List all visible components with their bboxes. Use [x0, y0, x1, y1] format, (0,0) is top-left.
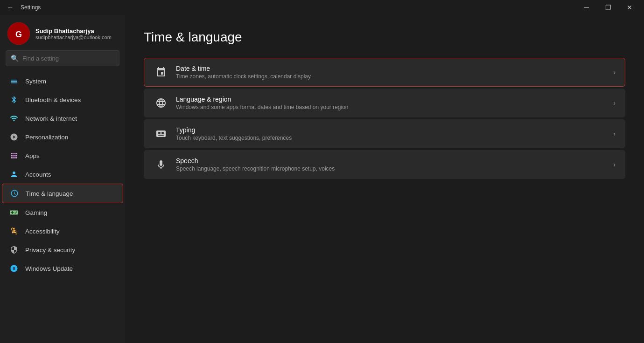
update-icon — [9, 264, 19, 273]
network-icon — [9, 114, 19, 123]
search-icon: 🔍 — [11, 55, 19, 62]
time-icon — [10, 189, 19, 198]
date-time-icon — [154, 65, 168, 80]
nav-gaming[interactable]: Gaming — [2, 203, 123, 222]
app-title: Settings — [21, 4, 41, 11]
nav-accounts[interactable]: Accounts — [2, 165, 123, 184]
page-title: Time & language — [144, 30, 625, 45]
nav-label-windows-update: Windows Update — [25, 265, 73, 272]
back-button[interactable]: ← — [4, 1, 17, 14]
accessibility-icon — [9, 226, 19, 236]
titlebar-left: ← Settings — [4, 1, 41, 14]
nav-label-bluetooth: Bluetooth & devices — [25, 96, 81, 103]
date-time-desc: Time zones, automatic clock settings, ca… — [176, 73, 613, 80]
nav-system[interactable]: System — [2, 72, 123, 90]
language-region-desc: Windows and some apps format dates and t… — [176, 104, 613, 110]
minimize-button[interactable]: ─ — [576, 0, 597, 15]
nav-label-personalization: Personalization — [25, 134, 68, 141]
language-region-chevron: › — [613, 99, 616, 107]
nav-privacy-security[interactable]: Privacy & security — [2, 240, 123, 259]
search-box: 🔍 — [6, 50, 119, 66]
speech-text: Speech Speech language, speech recogniti… — [176, 157, 613, 172]
nav-time-language[interactable]: Time & language — [2, 184, 123, 203]
setting-language-region[interactable]: Language & region Windows and some apps … — [144, 89, 625, 117]
apps-icon — [9, 151, 19, 160]
avatar: G — [7, 22, 30, 45]
accounts-icon — [9, 170, 19, 179]
nav-label-privacy-security: Privacy & security — [25, 247, 75, 254]
nav-label-accounts: Accounts — [25, 171, 51, 178]
user-email: sudipbhattacharjya@outlook.com — [35, 34, 112, 40]
speech-title: Speech — [176, 157, 613, 165]
speech-chevron: › — [613, 161, 616, 168]
language-region-text: Language & region Windows and some apps … — [176, 96, 613, 110]
user-name: Sudip Bhattacharjya — [35, 27, 112, 34]
nav-label-system: System — [25, 78, 46, 85]
app-body: G Sudip Bhattacharjya sudipbhattacharjya… — [0, 15, 644, 343]
user-info: Sudip Bhattacharjya sudipbhattacharjya@o… — [35, 27, 112, 40]
window-controls: ─ ❐ ✕ — [576, 0, 640, 15]
nav-apps[interactable]: Apps — [2, 146, 123, 165]
nav-accessibility[interactable]: Accessibility — [2, 222, 123, 240]
nav-label-accessibility: Accessibility — [25, 228, 60, 235]
search-input[interactable] — [22, 55, 114, 62]
nav-label-time-language: Time & language — [26, 190, 73, 197]
date-time-title: Date & time — [176, 65, 613, 72]
language-region-icon — [154, 96, 168, 110]
nav-network[interactable]: Network & internet — [2, 109, 123, 128]
gaming-icon — [9, 208, 19, 217]
setting-date-time[interactable]: Date & time Time zones, automatic clock … — [144, 58, 625, 87]
nav-label-apps: Apps — [25, 152, 40, 159]
nav-windows-update[interactable]: Windows Update — [2, 259, 123, 278]
setting-typing[interactable]: Typing Touch keyboard, text suggestions,… — [144, 119, 625, 148]
typing-title: Typing — [176, 126, 613, 134]
speech-desc: Speech language, speech recognition micr… — [176, 165, 613, 172]
svg-text:G: G — [15, 30, 22, 39]
bluetooth-icon — [9, 95, 19, 104]
date-time-chevron: › — [613, 69, 616, 76]
nav-label-network: Network & internet — [25, 115, 77, 122]
language-region-title: Language & region — [176, 96, 613, 103]
restore-button[interactable]: ❐ — [597, 0, 619, 15]
speech-icon — [154, 157, 168, 172]
nav-personalization[interactable]: Personalization — [2, 128, 123, 146]
date-time-text: Date & time Time zones, automatic clock … — [176, 65, 613, 80]
search-container: 🔍 — [0, 50, 125, 72]
typing-icon — [154, 126, 168, 141]
typing-chevron: › — [613, 130, 616, 137]
setting-speech[interactable]: Speech Speech language, speech recogniti… — [144, 150, 625, 179]
user-profile[interactable]: G Sudip Bhattacharjya sudipbhattacharjya… — [0, 15, 125, 50]
privacy-icon — [9, 245, 19, 254]
main-content: Time & language Date & time Time zones, … — [125, 15, 644, 343]
typing-desc: Touch keyboard, text suggestions, prefer… — [176, 135, 613, 141]
nav-bluetooth[interactable]: Bluetooth & devices — [2, 90, 123, 109]
system-icon — [9, 76, 19, 86]
nav-label-gaming: Gaming — [25, 209, 47, 216]
close-button[interactable]: ✕ — [619, 0, 640, 15]
titlebar: ← Settings ─ ❐ ✕ — [0, 0, 644, 15]
typing-text: Typing Touch keyboard, text suggestions,… — [176, 126, 613, 141]
personalization-icon — [9, 132, 19, 142]
sidebar: G Sudip Bhattacharjya sudipbhattacharjya… — [0, 15, 125, 343]
